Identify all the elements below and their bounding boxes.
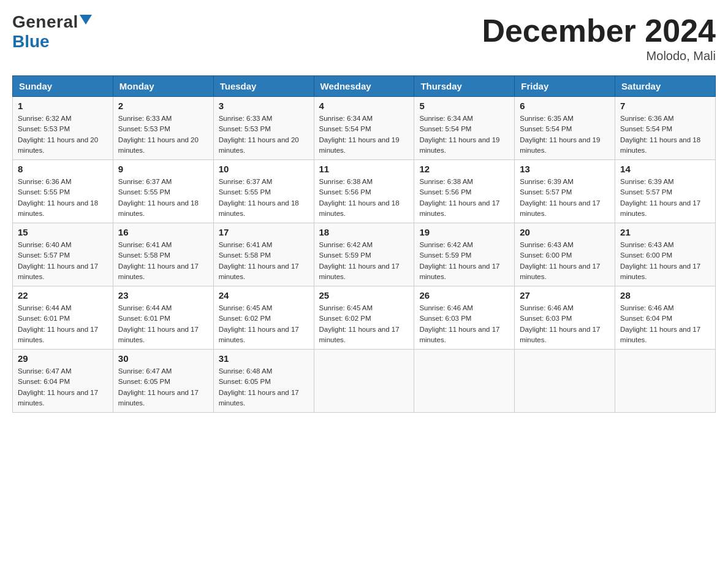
day-number: 3 [219, 101, 309, 111]
col-friday: Friday [515, 76, 615, 97]
day-number: 9 [118, 164, 208, 174]
col-sunday: Sunday [13, 76, 113, 97]
day-info: Sunrise: 6:35 AMSunset: 5:54 PMDaylight:… [520, 113, 610, 156]
table-row: 6Sunrise: 6:35 AMSunset: 5:54 PMDaylight… [515, 97, 615, 160]
day-number: 14 [620, 164, 710, 174]
table-row: 3Sunrise: 6:33 AMSunset: 5:53 PMDaylight… [213, 97, 314, 160]
table-row: 10Sunrise: 6:37 AMSunset: 5:55 PMDayligh… [213, 160, 314, 223]
day-info: Sunrise: 6:43 AMSunset: 6:00 PMDaylight:… [620, 240, 710, 282]
day-info: Sunrise: 6:34 AMSunset: 5:54 PMDaylight:… [319, 113, 409, 156]
day-number: 12 [419, 164, 509, 174]
table-row [515, 350, 615, 413]
day-number: 28 [620, 290, 710, 301]
table-row: 4Sunrise: 6:34 AMSunset: 5:54 PMDaylight… [314, 97, 414, 160]
logo-triangle-icon [80, 15, 92, 25]
day-info: Sunrise: 6:47 AMSunset: 6:04 PMDaylight:… [18, 366, 108, 408]
table-row: 17Sunrise: 6:41 AMSunset: 5:58 PMDayligh… [213, 223, 314, 286]
calendar-week-row: 8Sunrise: 6:36 AMSunset: 5:55 PMDaylight… [13, 160, 716, 223]
col-monday: Monday [113, 76, 213, 97]
day-number: 19 [419, 227, 509, 237]
logo-blue-text: Blue [12, 32, 50, 52]
table-row: 5Sunrise: 6:34 AMSunset: 5:54 PMDaylight… [414, 97, 515, 160]
table-row: 15Sunrise: 6:40 AMSunset: 5:57 PMDayligh… [13, 223, 113, 286]
day-number: 22 [18, 290, 108, 301]
day-info: Sunrise: 6:42 AMSunset: 5:59 PMDaylight:… [419, 240, 509, 282]
table-row: 14Sunrise: 6:39 AMSunset: 5:57 PMDayligh… [615, 160, 716, 223]
day-number: 23 [118, 290, 208, 301]
day-number: 6 [520, 101, 610, 111]
day-number: 4 [319, 101, 409, 111]
day-info: Sunrise: 6:45 AMSunset: 6:02 PMDaylight:… [319, 303, 409, 345]
day-number: 17 [219, 227, 309, 237]
table-row: 29Sunrise: 6:47 AMSunset: 6:04 PMDayligh… [13, 350, 113, 413]
table-row: 16Sunrise: 6:41 AMSunset: 5:58 PMDayligh… [113, 223, 213, 286]
calendar-week-row: 1Sunrise: 6:32 AMSunset: 5:53 PMDaylight… [13, 97, 716, 160]
table-row: 26Sunrise: 6:46 AMSunset: 6:03 PMDayligh… [414, 286, 515, 350]
table-row: 27Sunrise: 6:46 AMSunset: 6:03 PMDayligh… [515, 286, 615, 350]
table-row: 25Sunrise: 6:45 AMSunset: 6:02 PMDayligh… [314, 286, 414, 350]
day-number: 13 [520, 164, 610, 174]
day-info: Sunrise: 6:36 AMSunset: 5:54 PMDaylight:… [620, 113, 710, 156]
day-info: Sunrise: 6:38 AMSunset: 5:56 PMDaylight:… [419, 177, 509, 219]
table-row: 28Sunrise: 6:46 AMSunset: 6:04 PMDayligh… [615, 286, 716, 350]
day-info: Sunrise: 6:43 AMSunset: 6:00 PMDaylight:… [520, 240, 610, 282]
table-row: 22Sunrise: 6:44 AMSunset: 6:01 PMDayligh… [13, 286, 113, 350]
page-header: General Blue December 2024 Molodo, Mali [12, 12, 716, 63]
location: Molodo, Mali [482, 49, 716, 63]
table-row: 7Sunrise: 6:36 AMSunset: 5:54 PMDaylight… [615, 97, 716, 160]
table-row: 24Sunrise: 6:45 AMSunset: 6:02 PMDayligh… [213, 286, 314, 350]
logo: General Blue [12, 12, 92, 52]
day-info: Sunrise: 6:39 AMSunset: 5:57 PMDaylight:… [620, 177, 710, 219]
day-number: 11 [319, 164, 409, 174]
calendar-header-row: Sunday Monday Tuesday Wednesday Thursday… [13, 76, 716, 97]
day-number: 24 [219, 290, 309, 301]
day-number: 30 [118, 353, 208, 364]
table-row: 23Sunrise: 6:44 AMSunset: 6:01 PMDayligh… [113, 286, 213, 350]
day-info: Sunrise: 6:39 AMSunset: 5:57 PMDaylight:… [520, 177, 610, 219]
calendar-week-row: 22Sunrise: 6:44 AMSunset: 6:01 PMDayligh… [13, 286, 716, 350]
day-info: Sunrise: 6:40 AMSunset: 5:57 PMDaylight:… [18, 240, 108, 282]
table-row: 19Sunrise: 6:42 AMSunset: 5:59 PMDayligh… [414, 223, 515, 286]
table-row: 30Sunrise: 6:47 AMSunset: 6:05 PMDayligh… [113, 350, 213, 413]
day-number: 5 [419, 101, 509, 111]
logo-general-text: General [12, 12, 78, 32]
title-section: December 2024 Molodo, Mali [482, 12, 716, 63]
calendar-table: Sunday Monday Tuesday Wednesday Thursday… [12, 75, 716, 413]
day-number: 10 [219, 164, 309, 174]
day-number: 25 [319, 290, 409, 301]
day-number: 20 [520, 227, 610, 237]
col-saturday: Saturday [615, 76, 716, 97]
day-info: Sunrise: 6:34 AMSunset: 5:54 PMDaylight:… [419, 113, 509, 156]
calendar-week-row: 15Sunrise: 6:40 AMSunset: 5:57 PMDayligh… [13, 223, 716, 286]
day-info: Sunrise: 6:46 AMSunset: 6:03 PMDaylight:… [419, 303, 509, 345]
day-number: 16 [118, 227, 208, 237]
calendar-week-row: 29Sunrise: 6:47 AMSunset: 6:04 PMDayligh… [13, 350, 716, 413]
table-row: 12Sunrise: 6:38 AMSunset: 5:56 PMDayligh… [414, 160, 515, 223]
day-number: 31 [219, 353, 309, 364]
day-number: 18 [319, 227, 409, 237]
day-number: 15 [18, 227, 108, 237]
day-info: Sunrise: 6:41 AMSunset: 5:58 PMDaylight:… [219, 240, 309, 282]
table-row: 8Sunrise: 6:36 AMSunset: 5:55 PMDaylight… [13, 160, 113, 223]
table-row [414, 350, 515, 413]
col-thursday: Thursday [414, 76, 515, 97]
day-number: 26 [419, 290, 509, 301]
col-wednesday: Wednesday [314, 76, 414, 97]
day-info: Sunrise: 6:38 AMSunset: 5:56 PMDaylight:… [319, 177, 409, 219]
day-info: Sunrise: 6:32 AMSunset: 5:53 PMDaylight:… [18, 113, 108, 156]
table-row [615, 350, 716, 413]
col-tuesday: Tuesday [213, 76, 314, 97]
day-number: 1 [18, 101, 108, 111]
day-number: 21 [620, 227, 710, 237]
table-row: 18Sunrise: 6:42 AMSunset: 5:59 PMDayligh… [314, 223, 414, 286]
day-number: 8 [18, 164, 108, 174]
day-info: Sunrise: 6:33 AMSunset: 5:53 PMDaylight:… [118, 113, 208, 156]
day-info: Sunrise: 6:41 AMSunset: 5:58 PMDaylight:… [118, 240, 208, 282]
day-info: Sunrise: 6:44 AMSunset: 6:01 PMDaylight:… [18, 303, 108, 345]
day-info: Sunrise: 6:47 AMSunset: 6:05 PMDaylight:… [118, 366, 208, 408]
day-info: Sunrise: 6:37 AMSunset: 5:55 PMDaylight:… [219, 177, 309, 219]
day-number: 7 [620, 101, 710, 111]
table-row: 2Sunrise: 6:33 AMSunset: 5:53 PMDaylight… [113, 97, 213, 160]
day-info: Sunrise: 6:46 AMSunset: 6:03 PMDaylight:… [520, 303, 610, 345]
table-row: 9Sunrise: 6:37 AMSunset: 5:55 PMDaylight… [113, 160, 213, 223]
